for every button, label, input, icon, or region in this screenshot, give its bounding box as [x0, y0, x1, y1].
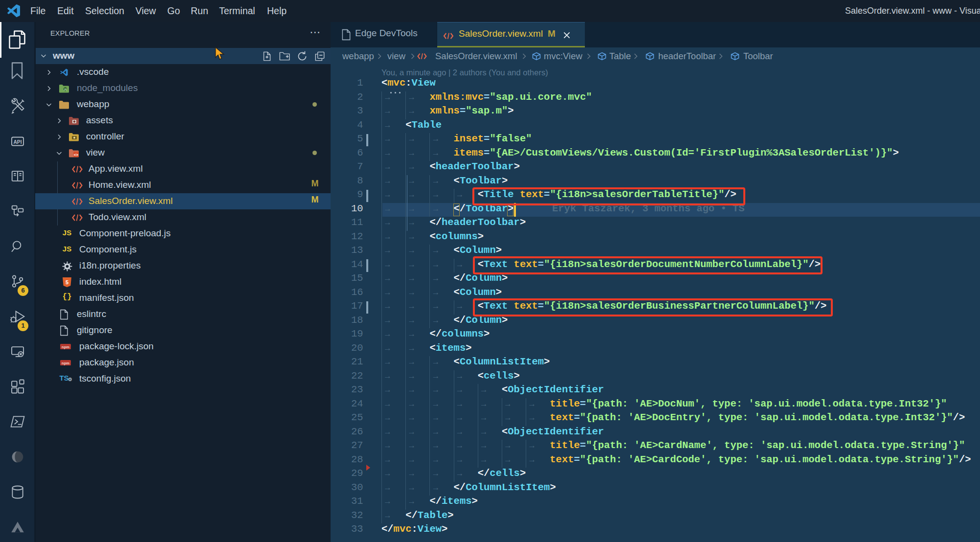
svg-text:API: API: [14, 139, 22, 145]
svg-text:5: 5: [66, 279, 68, 285]
svg-text:npm: npm: [62, 361, 69, 365]
svg-text:<>: <>: [74, 152, 79, 157]
svg-text:npm: npm: [62, 344, 69, 349]
svg-text:JS: JS: [64, 88, 67, 90]
